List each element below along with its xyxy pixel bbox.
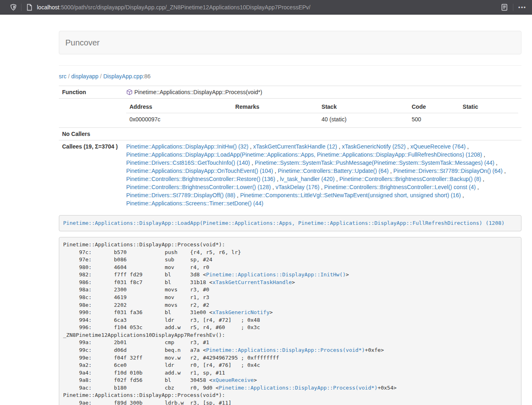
- callee-link[interactable]: xTaskGenericNotify (252): [342, 143, 405, 150]
- callee-link[interactable]: Pinetime::Controllers::BrightnessControl…: [126, 184, 271, 190]
- callee-link[interactable]: xQueueReceive (764): [410, 143, 465, 150]
- col-header-address: Address: [126, 101, 232, 113]
- asm-symbol-link[interactable]: Pinetime::Applications::DisplayApp::Proc…: [206, 347, 365, 353]
- reader-view-icon[interactable]: [501, 4, 508, 11]
- callee-link[interactable]: xTaskGetCurrentTaskHandle (12): [253, 143, 337, 150]
- page-content: Puncover src/displayapp/DisplayApp.cpp:8…: [59, 31, 521, 405]
- callee-link[interactable]: lv_task_handler (420): [280, 176, 335, 182]
- symbol-cube-icon: [126, 89, 133, 95]
- callee-link[interactable]: Pinetime::Applications::DisplayApp::Init…: [126, 143, 248, 150]
- table-row: 0x0000097c 40 (static) 500: [126, 113, 518, 126]
- breadcrumb: src/displayapp/DisplayApp.cpp:86: [59, 72, 521, 80]
- asm-symbol-link[interactable]: Pinetime::Applications::DisplayApp::Init…: [206, 271, 346, 278]
- function-row-label: Function: [59, 86, 123, 99]
- breadcrumb-separator: /: [99, 73, 103, 80]
- col-header-stack: Stack: [318, 101, 408, 113]
- callee-link[interactable]: Pinetime::Components::LittleVgl::SetNewT…: [240, 192, 461, 198]
- brand-link[interactable]: Puncover: [59, 38, 100, 47]
- asm-symbol-link[interactable]: Pinetime::Applications::DisplayApp::Proc…: [219, 385, 377, 391]
- app-navbar: Puncover: [59, 31, 521, 54]
- breadcrumb-link[interactable]: displayapp: [71, 73, 99, 80]
- divider: [21, 4, 22, 11]
- asm-symbol-link[interactable]: xTaskGenericNotify: [212, 309, 269, 315]
- url-host: localhost: [37, 4, 59, 11]
- callee-snippet-block: Pinetime::Applications::DisplayApp::Load…: [59, 215, 521, 231]
- menu-icon[interactable]: •••: [518, 4, 526, 10]
- divider: [59, 65, 521, 66]
- url-path: :5000/path/src/displayapp/DisplayApp.cpp…: [59, 4, 310, 11]
- breadcrumb-separator: /: [67, 73, 71, 80]
- breadcrumb-line-number: :86: [143, 73, 151, 80]
- callee-link[interactable]: Pinetime::Drivers::St7789::DisplayOn() (…: [393, 168, 502, 174]
- stack-value: 40 (static): [318, 113, 408, 126]
- callee-link[interactable]: Pinetime::Controllers::BrightnessControl…: [339, 176, 481, 182]
- col-header-code: Code: [409, 101, 460, 113]
- col-header-remarks: Remarks: [232, 101, 319, 113]
- callee-link[interactable]: vTaskDelay (176): [276, 184, 319, 190]
- asm-symbol-link[interactable]: xQueueReceive: [212, 377, 254, 383]
- callee-snippet-link[interactable]: Pinetime::Applications::DisplayApp::Load…: [63, 220, 505, 226]
- function-name-cell: Pinetime::Applications::DisplayApp::Proc…: [123, 86, 521, 99]
- disassembly-block: Pinetime::Applications::DisplayApp::Proc…: [59, 237, 521, 405]
- callees-list: Pinetime::Applications::DisplayApp::Init…: [123, 140, 521, 210]
- function-stats-row: Address Remarks Stack Code Static 0x0000…: [59, 99, 521, 128]
- callee-link[interactable]: Pinetime::System::SystemTask::PushMessag…: [255, 159, 495, 166]
- callee-link[interactable]: Pinetime::Drivers::St7789::DisplayOff() …: [126, 192, 235, 198]
- callee-link[interactable]: Pinetime::Applications::Screens::Timer::…: [126, 200, 263, 207]
- callers-row: No Callers: [59, 128, 521, 140]
- function-stats-table: Address Remarks Stack Code Static 0x0000…: [126, 101, 518, 125]
- callee-link[interactable]: Pinetime::Controllers::BrightnessControl…: [126, 176, 275, 182]
- function-name: Pinetime::Applications::DisplayApp::Proc…: [134, 89, 262, 95]
- callee-link[interactable]: Pinetime::Drivers::Cst816S::GetTouchInfo…: [126, 159, 250, 166]
- callers-label: No Callers: [59, 128, 123, 140]
- breadcrumb-link[interactable]: DisplayApp.cpp: [103, 73, 142, 80]
- page-icon[interactable]: [26, 4, 33, 11]
- callees-row: Callees (19, Σ=3704 ) Pinetime::Applicat…: [59, 140, 521, 210]
- address-value: 0x0000097c: [126, 113, 232, 126]
- shield-icon[interactable]: [10, 4, 17, 11]
- callee-link[interactable]: Pinetime::Applications::DisplayApp::OnTo…: [126, 168, 273, 174]
- code-value: 500: [409, 113, 460, 126]
- callee-link[interactable]: Pinetime::Controllers::BrightnessControl…: [324, 184, 476, 190]
- callee-link[interactable]: Pinetime::Controllers::Battery::Update()…: [278, 168, 389, 174]
- breadcrumb-link[interactable]: src: [59, 73, 67, 80]
- remarks-value: [232, 113, 319, 126]
- url-input[interactable]: localhost:5000/path/src/displayapp/Displ…: [37, 4, 310, 11]
- asm-symbol-link[interactable]: xTaskGetCurrentTaskHandle: [212, 279, 292, 285]
- function-info-table: Function Pinetime::Applications::Display…: [59, 86, 521, 209]
- browser-url-bar: localhost:5000/path/src/displayapp/Displ…: [0, 0, 532, 15]
- callees-label: Callees (19, Σ=3704 ): [59, 140, 123, 210]
- callee-link[interactable]: Pinetime::Applications::DisplayApp::Load…: [126, 151, 482, 158]
- static-value: [459, 113, 518, 126]
- function-row: Function Pinetime::Applications::Display…: [59, 86, 521, 99]
- col-header-static: Static: [459, 101, 518, 113]
- divider: [513, 4, 513, 11]
